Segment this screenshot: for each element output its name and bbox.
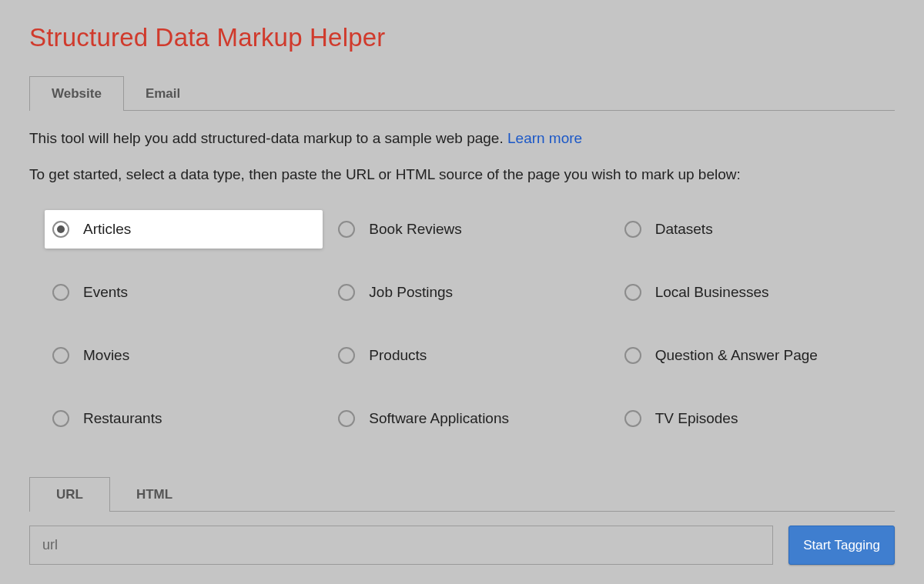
option-label: Products — [369, 347, 427, 364]
radio-icon — [338, 284, 355, 301]
option-label: Restaurants — [83, 410, 162, 427]
option-label: Book Reviews — [369, 221, 461, 238]
tab-website[interactable]: Website — [29, 76, 124, 111]
radio-icon — [52, 347, 69, 364]
option-label: TV Episodes — [655, 410, 738, 427]
intro-text-content: This tool will help you add structured-d… — [29, 130, 507, 146]
radio-icon — [52, 221, 69, 238]
radio-icon — [338, 221, 355, 238]
radio-icon — [52, 284, 69, 301]
option-tv-episodes[interactable]: TV Episodes — [617, 399, 895, 438]
option-products[interactable]: Products — [330, 336, 608, 375]
tab-email[interactable]: Email — [124, 77, 202, 111]
option-label: Events — [83, 284, 128, 301]
tab-url[interactable]: URL — [29, 477, 110, 512]
page-title: Structured Data Markup Helper — [29, 23, 895, 52]
instruction-text: To get started, select a data type, then… — [29, 164, 895, 186]
option-events[interactable]: Events — [45, 273, 323, 312]
radio-icon — [52, 410, 69, 427]
option-movies[interactable]: Movies — [45, 336, 323, 375]
option-software-applications[interactable]: Software Applications — [330, 399, 608, 438]
radio-icon — [624, 410, 641, 427]
option-question-answer[interactable]: Question & Answer Page — [617, 336, 895, 375]
radio-icon — [338, 347, 355, 364]
option-label: Articles — [83, 221, 131, 238]
intro-text: This tool will help you add structured-d… — [29, 128, 895, 150]
radio-icon — [624, 284, 641, 301]
option-articles[interactable]: Articles — [45, 210, 323, 249]
option-job-postings[interactable]: Job Postings — [330, 273, 608, 312]
option-book-reviews[interactable]: Book Reviews — [330, 210, 608, 249]
option-label: Question & Answer Page — [655, 347, 818, 364]
radio-icon — [624, 347, 641, 364]
input-mode-tabs: URL HTML — [29, 476, 895, 512]
input-row: Start Tagging — [29, 526, 895, 565]
start-tagging-button[interactable]: Start Tagging — [788, 526, 895, 565]
option-label: Movies — [83, 347, 129, 364]
url-input[interactable] — [29, 526, 773, 565]
option-label: Local Businesses — [655, 284, 769, 301]
data-type-options: Articles Book Reviews Datasets Events Jo… — [29, 210, 895, 438]
radio-icon — [624, 221, 641, 238]
option-restaurants[interactable]: Restaurants — [45, 399, 323, 438]
tab-html[interactable]: HTML — [110, 478, 199, 512]
option-local-businesses[interactable]: Local Businesses — [617, 273, 895, 312]
option-datasets[interactable]: Datasets — [617, 210, 895, 249]
learn-more-link[interactable]: Learn more — [507, 130, 582, 146]
option-label: Job Postings — [369, 284, 453, 301]
radio-icon — [338, 410, 355, 427]
option-label: Software Applications — [369, 410, 509, 427]
mode-tabs: Website Email — [29, 75, 895, 111]
option-label: Datasets — [655, 221, 713, 238]
